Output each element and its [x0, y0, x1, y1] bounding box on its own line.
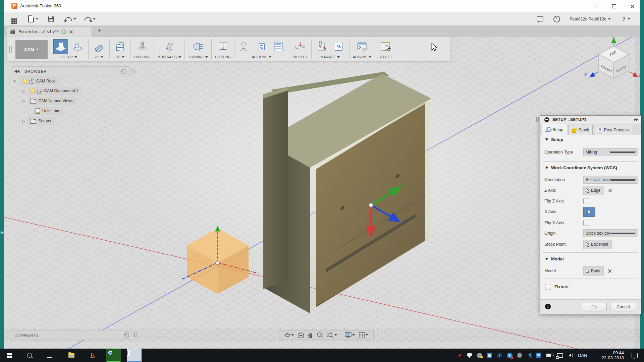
- comments-bar[interactable]: COMMENTS: [10, 330, 132, 340]
- select-button-label[interactable]: SELECT: [378, 55, 392, 59]
- multi-axis-menu[interactable]: MULTI-AXIS: [157, 55, 181, 59]
- tree-row-named-views[interactable]: ▷ CAM Named Views: [22, 97, 77, 105]
- clear-model-icon[interactable]: [608, 269, 611, 273]
- section-model[interactable]: Model: [545, 256, 564, 261]
- display-settings-button[interactable]: [345, 332, 355, 338]
- taskbar-search-button[interactable]: [23, 349, 36, 362]
- toolbar-grip[interactable]: [9, 46, 12, 53]
- maximize-button[interactable]: [606, 0, 622, 12]
- tray-bluetooth-icon[interactable]: [525, 349, 535, 362]
- collapse-panel-icon[interactable]: [14, 70, 20, 73]
- tray-network-icon[interactable]: [555, 349, 565, 362]
- tree-row-cam-component[interactable]: ▷ CAM Component:1: [22, 87, 83, 95]
- zoom-window-button[interactable]: [327, 332, 337, 338]
- fusion-taskbar-button[interactable]: F: [127, 349, 142, 362]
- tray-blue-app-icon[interactable]: [485, 349, 494, 362]
- tree-row-units[interactable]: Units: mm: [34, 107, 64, 115]
- model-select-button[interactable]: Body: [583, 266, 604, 276]
- chrome-button[interactable]: [106, 349, 121, 362]
- file-explorer-button[interactable]: [65, 349, 78, 362]
- multi-axis-button[interactable]: [162, 40, 176, 54]
- tree-row-setups[interactable]: ▷ Setups: [22, 117, 55, 125]
- cutting-button-label[interactable]: CUTTING: [215, 55, 231, 59]
- tree-row-cam-root[interactable]: ▼ CAM Root: [13, 77, 59, 85]
- file-menu-button[interactable]: [28, 12, 38, 25]
- dialog-dock-icon[interactable]: [634, 118, 638, 121]
- tree-collapsed-icon[interactable]: ▷: [22, 99, 25, 103]
- x-axis-select-button[interactable]: [583, 207, 595, 217]
- tray-volume-icon[interactable]: [565, 349, 575, 362]
- tray-hub-icon[interactable]: [495, 349, 504, 362]
- language-indicator[interactable]: DAN: [574, 349, 591, 362]
- help-menu[interactable]: ?: [623, 12, 630, 25]
- stock-point-select-button[interactable]: Box Point: [583, 240, 612, 249]
- tree-expanded-icon[interactable]: ▼: [13, 79, 17, 83]
- drilling-button[interactable]: [135, 40, 149, 54]
- z-axis-select-button[interactable]: Edge: [583, 186, 604, 195]
- cutting-button[interactable]: [216, 40, 230, 54]
- feeds-speeds-button[interactable]: %: [332, 40, 346, 54]
- tray-defender-icon[interactable]: [465, 349, 474, 362]
- operation-type-select[interactable]: Milling: [583, 148, 638, 156]
- section-setup[interactable]: Setup: [545, 137, 563, 142]
- fixture-checkbox[interactable]: [545, 284, 551, 290]
- post-process-button[interactable]: [238, 40, 252, 54]
- ok-button[interactable]: OK: [582, 303, 607, 311]
- visibility-bulb-icon[interactable]: [30, 88, 35, 93]
- panel-grip[interactable]: [134, 332, 137, 337]
- 3d-menu[interactable]: 3D: [116, 55, 124, 59]
- setup-dialog-header[interactable]: SETUP : SETUP1: [540, 116, 641, 124]
- inspect-button-label[interactable]: INSPECT: [292, 55, 308, 59]
- taskbar-clock[interactable]: 09:44 22-03-2018: [592, 349, 624, 362]
- 2d-menu[interactable]: 2D: [95, 55, 103, 59]
- tree-collapsed-icon[interactable]: ▷: [22, 119, 25, 123]
- close-button[interactable]: [625, 0, 640, 12]
- visibility-bulb-icon[interactable]: [22, 79, 27, 83]
- 2d-milling-button[interactable]: [92, 40, 106, 54]
- pan-button[interactable]: [308, 332, 313, 338]
- tray-pen-icon[interactable]: [455, 349, 465, 362]
- comments-expand-icon[interactable]: [124, 333, 129, 338]
- info-icon[interactable]: i: [545, 304, 551, 309]
- app-grid-button[interactable]: [11, 12, 13, 25]
- task-view-button[interactable]: [43, 349, 56, 362]
- account-menu[interactable]: Pete812c Pete812c: [570, 12, 611, 25]
- turning-menu[interactable]: TURNING: [188, 55, 208, 59]
- flip-z-checkbox[interactable]: [583, 198, 589, 204]
- inspect-button[interactable]: [293, 40, 307, 54]
- section-wcs[interactable]: Work Coordinate System (WCS): [545, 165, 617, 170]
- tool-library-button[interactable]: [315, 40, 329, 54]
- tray-sync-icon[interactable]: [515, 349, 524, 362]
- actions-menu[interactable]: ACTIONS: [252, 55, 272, 59]
- look-at-button[interactable]: [298, 333, 304, 338]
- browser-minimize-icon[interactable]: [121, 69, 126, 74]
- tray-display-app-icon[interactable]: [534, 349, 543, 362]
- turning-button[interactable]: [191, 40, 205, 54]
- cancel-button[interactable]: Cancel: [610, 303, 636, 311]
- start-button[interactable]: [2, 349, 16, 362]
- orientation-select[interactable]: Select Z axis/plane & ...: [583, 176, 638, 184]
- minimize-button[interactable]: [588, 0, 604, 12]
- grid-layout-button[interactable]: [359, 332, 368, 338]
- tray-skype-icon[interactable]: S: [505, 349, 514, 362]
- tab-stock[interactable]: Stock: [569, 125, 593, 135]
- comments-button[interactable]: [537, 12, 543, 25]
- document-tab[interactable]: Fusion for... v1 v1 v1*: [7, 26, 92, 37]
- tree-collapsed-icon[interactable]: ▷: [22, 89, 25, 93]
- panel-grip[interactable]: [131, 69, 135, 73]
- tray-vpn-icon[interactable]: [475, 349, 484, 362]
- redo-button[interactable]: [85, 12, 96, 25]
- orbit-button[interactable]: [284, 332, 294, 338]
- drilling-button-label[interactable]: DRILLING: [134, 55, 150, 59]
- setup-sheet-button[interactable]: [271, 40, 285, 54]
- setup-menu[interactable]: SETUP: [61, 55, 77, 59]
- add-ins-button[interactable]: [355, 40, 369, 54]
- new-tab-button[interactable]: +: [97, 28, 103, 34]
- tab-setup[interactable]: Setup: [542, 124, 567, 135]
- 3d-milling-button[interactable]: [113, 40, 127, 54]
- job-status-button[interactable]: [553, 12, 560, 25]
- flip-x-checkbox[interactable]: [583, 220, 589, 226]
- select-button[interactable]: [378, 40, 392, 54]
- save-button[interactable]: [48, 12, 54, 25]
- browser-header[interactable]: BROWSER: [11, 66, 129, 76]
